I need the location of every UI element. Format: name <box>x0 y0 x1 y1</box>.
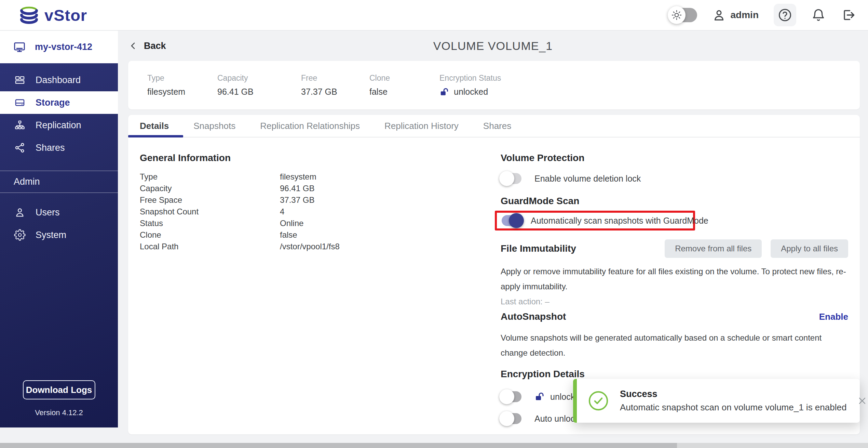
horizontal-scrollbar[interactable] <box>0 443 868 448</box>
top-actions: admin <box>670 4 856 26</box>
tab-details[interactable]: Details <box>140 115 169 137</box>
user-name: admin <box>731 10 759 21</box>
theme-toggle[interactable] <box>670 8 697 22</box>
sidebar-item-shares[interactable]: Shares <box>0 136 118 159</box>
encryption-lock-toggle[interactable] <box>501 391 521 402</box>
auto-unlock-toggle[interactable] <box>501 413 521 424</box>
summary-value: 96.41 GB <box>217 87 301 97</box>
autosnapshot-description: Volume snapshots will be generated autom… <box>501 330 848 360</box>
table-row: Capacity 96.41 GB <box>140 183 501 194</box>
logout-icon <box>841 8 856 23</box>
tab-bar: Details Snapshots Replication Relationsh… <box>128 115 860 137</box>
sidebar-item-label: System <box>36 230 66 240</box>
row-label: Snapshot Count <box>140 206 280 218</box>
row-value: /vstor/vpool1/fs8 <box>280 241 340 252</box>
autosnapshot-enable-link[interactable]: Enable <box>819 312 848 322</box>
row-label: Type <box>140 171 280 183</box>
encryption-status-text: unlocked <box>454 87 488 97</box>
volume-protection-heading: Volume Protection <box>501 153 848 163</box>
general-information-section: General Information Type filesystem Capa… <box>140 153 501 427</box>
apply-to-all-files-button[interactable]: Apply to all files <box>771 239 848 258</box>
sidebar-item-label: Storage <box>36 97 70 108</box>
node-name: my-vstor-412 <box>35 42 92 52</box>
replication-sitemap-icon <box>14 119 26 131</box>
summary-label: Type <box>147 74 217 83</box>
table-row: Type filesystem <box>140 171 501 183</box>
sidebar-item-label: Users <box>36 207 60 218</box>
toast-close-icon[interactable] <box>857 395 868 406</box>
help-icon <box>777 8 792 23</box>
tab-shares[interactable]: Shares <box>483 115 511 137</box>
help-button[interactable] <box>774 4 796 26</box>
user-icon <box>712 8 726 22</box>
summary-label: Clone <box>369 74 439 83</box>
file-immutability-description: Apply or remove immutability feature for… <box>501 264 848 294</box>
guardmode-highlight-annotation: Automatically scan snapshots with GuardM… <box>495 211 695 230</box>
tab-replication-history[interactable]: Replication History <box>384 115 459 137</box>
share-nodes-icon <box>14 142 26 154</box>
general-information-heading: General Information <box>140 153 501 163</box>
table-row: Snapshot Count 4 <box>140 206 501 218</box>
deletion-lock-toggle[interactable] <box>501 173 521 184</box>
table-row: Clone false <box>140 229 501 241</box>
summary-capacity: Capacity 96.41 GB <box>217 74 301 97</box>
row-value: 37.37 GB <box>280 194 314 206</box>
toast-text: Success Automatic snapshot scan on volum… <box>620 389 846 413</box>
unlocked-padlock-icon <box>534 391 545 402</box>
top-bar: vStor <box>0 0 868 31</box>
guardmode-scan-label: Automatically scan snapshots with GuardM… <box>531 216 708 226</box>
deletion-lock-row: Enable volume deletion lock <box>501 170 848 187</box>
brand-logo: vStor <box>18 5 87 25</box>
summary-free: Free 37.37 GB <box>301 74 369 97</box>
sidebar: my-vstor-412 Dashboard <box>0 31 118 427</box>
summary-value: false <box>369 87 439 97</box>
sidebar-item-storage[interactable]: Storage <box>0 91 118 114</box>
tab-snapshots[interactable]: Snapshots <box>193 115 235 137</box>
row-value: false <box>280 229 297 241</box>
sidebar-node[interactable]: my-vstor-412 <box>0 31 118 63</box>
horizontal-scrollbar-thumb[interactable] <box>0 443 677 448</box>
general-information-table: Type filesystem Capacity 96.41 GB Free S… <box>140 171 501 252</box>
success-toast: Success Automatic snapshot scan on volum… <box>573 379 860 423</box>
sidebar-item-users[interactable]: Users <box>0 201 118 224</box>
guardmode-scan-toggle[interactable] <box>502 215 523 226</box>
notifications-button[interactable] <box>811 8 826 22</box>
guardmode-heading: GuardMode Scan <box>501 196 848 207</box>
user-menu[interactable]: admin <box>712 8 759 22</box>
autosnapshot-heading: AutoSnapshot <box>501 311 566 322</box>
logout-button[interactable] <box>841 8 856 23</box>
row-value: 4 <box>280 206 284 218</box>
row-label: Local Path <box>140 241 280 252</box>
sidebar-item-replication[interactable]: Replication <box>0 114 118 136</box>
row-value: filesystem <box>280 171 316 183</box>
summary-encryption-status: Encryption Status unlocked <box>439 74 501 97</box>
summary-value: unlocked <box>439 87 501 97</box>
sidebar-item-label: Dashboard <box>36 75 81 85</box>
sidebar-item-label: Shares <box>36 143 65 153</box>
summary-label: Free <box>301 74 369 83</box>
sun-icon <box>668 6 686 24</box>
sidebar-item-dashboard[interactable]: Dashboard <box>0 69 118 91</box>
file-immutability-heading: File Immutability <box>501 243 576 254</box>
table-row: Local Path /vstor/vpool1/fs8 <box>140 241 501 252</box>
summary-value: filesystem <box>147 87 217 97</box>
unlocked-padlock-icon <box>439 87 450 97</box>
encryption-details-heading: Encryption Details <box>501 369 848 380</box>
file-immutability-header-row: File Immutability Remove from all files … <box>501 239 848 258</box>
deletion-lock-label: Enable volume deletion lock <box>534 174 641 184</box>
table-row: Status Online <box>140 218 501 229</box>
sidebar-item-system[interactable]: System <box>0 224 118 246</box>
remove-from-all-files-button[interactable]: Remove from all files <box>665 239 762 258</box>
row-value: 96.41 GB <box>280 183 314 194</box>
row-label: Free Space <box>140 194 280 206</box>
summary-type: Type filesystem <box>147 74 217 97</box>
summary-clone: Clone false <box>369 74 439 97</box>
download-logs-button[interactable]: Download Logs <box>23 380 95 399</box>
bell-icon <box>811 8 826 22</box>
toast-title: Success <box>620 389 846 399</box>
users-icon <box>14 207 26 218</box>
sidebar-admin-heading: Admin <box>0 171 118 193</box>
page-title: VOLUME VOLUME_1 <box>118 39 868 53</box>
table-row: Free Space 37.37 GB <box>140 194 501 206</box>
tab-replication-relationships[interactable]: Replication Relationships <box>260 115 360 137</box>
